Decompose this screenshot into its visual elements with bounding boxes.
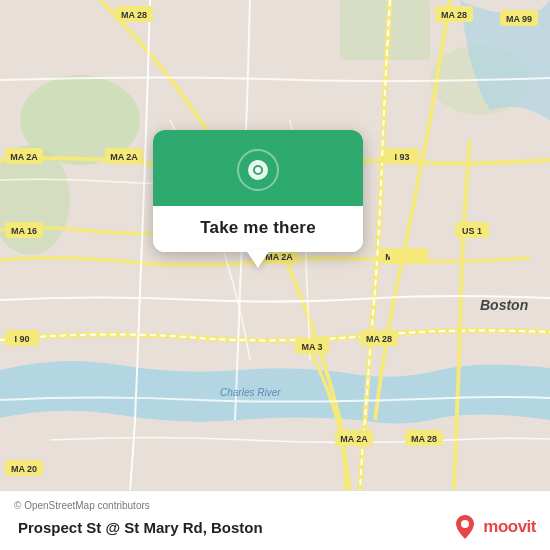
svg-text:MA 28: MA 28 [441,10,467,20]
svg-text:MA 28: MA 28 [411,434,437,444]
svg-text:MA 99: MA 99 [506,14,532,24]
svg-text:MA 20: MA 20 [11,464,37,474]
svg-rect-19 [390,248,428,264]
svg-text:MA 2A: MA 2A [340,434,368,444]
svg-text:Boston: Boston [480,297,528,313]
moovit-pin-icon [451,513,479,541]
svg-text:MA 2A: MA 2A [10,152,38,162]
svg-text:MA 16: MA 16 [11,226,37,236]
svg-text:I 93: I 93 [394,152,409,162]
bottom-bar-inner: © OpenStreetMap contributors Prospect St… [14,500,536,541]
take-me-there-button[interactable]: Take me there [200,218,316,238]
card-bottom: Take me there [153,206,363,252]
bottom-bar: © OpenStreetMap contributors Prospect St… [0,490,550,550]
svg-text:MA 2A: MA 2A [110,152,138,162]
svg-point-44 [461,520,469,528]
moovit-logo: moovit [451,513,536,541]
card-header [153,130,363,206]
svg-text:Charles River: Charles River [220,387,281,398]
svg-point-43 [255,167,261,173]
svg-text:US 1: US 1 [462,226,482,236]
svg-text:MA 28: MA 28 [366,334,392,344]
map-container: MA 2A MA 2A MA 2A MA 2A I 93 MA 28 MA 28… [0,0,550,490]
location-card[interactable]: Take me there [153,130,363,252]
svg-text:I 90: I 90 [14,334,29,344]
svg-text:MA 28: MA 28 [121,10,147,20]
card-pointer [246,250,270,268]
svg-text:MA 3: MA 3 [301,342,322,352]
bottom-content: Prospect St @ St Mary Rd, Boston moovit [14,513,536,541]
moovit-brand-text: moovit [483,517,536,537]
pin-icon [236,148,280,192]
copyright-text: © OpenStreetMap contributors [14,500,536,511]
location-name: Prospect St @ St Mary Rd, Boston [14,519,451,536]
